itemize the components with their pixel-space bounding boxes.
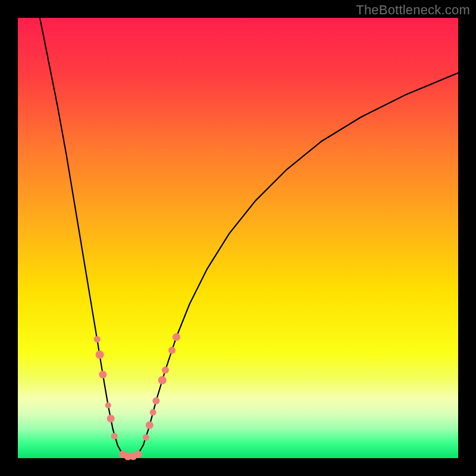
marker-dot	[111, 433, 118, 440]
plot-background	[18, 18, 458, 458]
marker-dot	[150, 409, 156, 416]
marker-dot	[96, 350, 104, 359]
marker-dot	[162, 367, 169, 374]
marker-dot	[173, 333, 180, 341]
marker-dot	[152, 397, 159, 405]
marker-dot	[107, 415, 115, 422]
watermark-label: TheBottleneck.com	[356, 2, 470, 18]
chart-canvas	[0, 0, 476, 476]
marker-dot	[143, 434, 149, 441]
marker-dot	[146, 421, 154, 429]
chart-frame: TheBottleneck.com	[0, 0, 476, 476]
marker-dot	[134, 450, 142, 458]
marker-dot	[158, 376, 167, 384]
marker-dot	[94, 336, 101, 343]
marker-dot	[99, 371, 107, 378]
marker-dot	[168, 347, 176, 354]
marker-dot	[105, 402, 111, 408]
